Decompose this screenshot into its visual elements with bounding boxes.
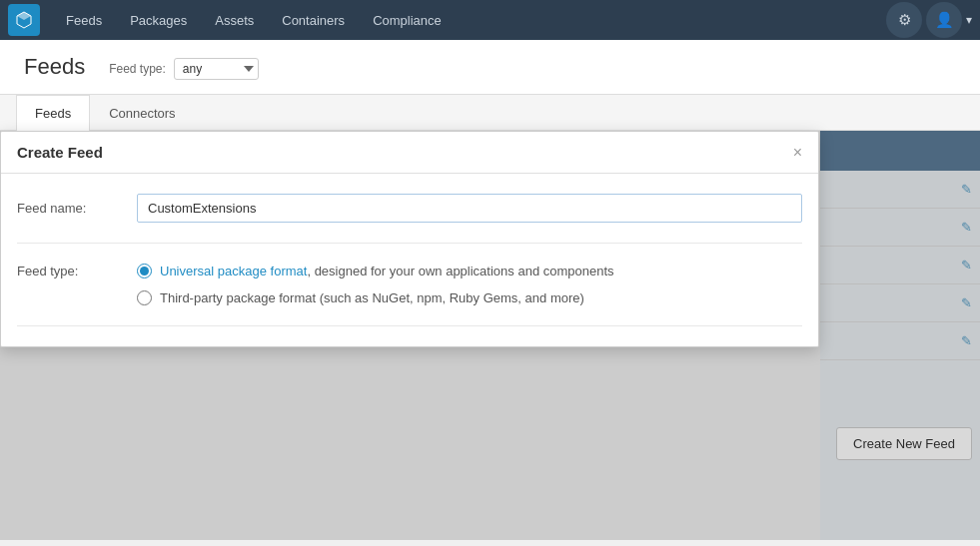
radio-universal-input[interactable] <box>137 264 152 278</box>
modal-close-button[interactable]: × <box>793 145 802 161</box>
create-feed-modal: Create Feed × Feed name: Feed type: <box>0 131 819 347</box>
feed-type-row: Feed type: Universal package format, des… <box>17 260 802 305</box>
modal-overlay: Create Feed × Feed name: Feed type: <box>0 131 980 540</box>
nav-feeds[interactable]: Feeds <box>52 0 116 40</box>
feed-type-filter: Feed type: any universal third-party <box>109 58 259 94</box>
nav-compliance[interactable]: Compliance <box>359 0 456 40</box>
radio-thirdparty-option[interactable]: Third-party package format (such as NuGe… <box>137 290 802 305</box>
app-logo <box>8 4 40 36</box>
nav-assets[interactable]: Assets <box>201 0 268 40</box>
modal-body: Feed name: Feed type: Universal package … <box>1 174 818 346</box>
feed-name-row: Feed name: <box>17 194 802 223</box>
feed-type-label: Feed type: <box>17 264 137 278</box>
nav-containers[interactable]: Containers <box>268 0 359 40</box>
nav-links: Feeds Packages Assets Containers Complia… <box>52 0 886 40</box>
radio-thirdparty-input[interactable] <box>137 290 152 305</box>
user-chevron: ▾ <box>966 13 972 27</box>
main-content: ✎ ✎ ✎ ✎ ✎ Create New Feed Create Feed × … <box>0 131 980 540</box>
settings-button[interactable]: ⚙ <box>886 2 922 38</box>
radio-universal-label: Universal package format, designed for y… <box>160 264 614 278</box>
universal-link[interactable]: Universal package format <box>160 264 307 278</box>
modal-header: Create Feed × <box>1 132 818 174</box>
feed-type-radio-group: Universal package format, designed for y… <box>137 264 802 305</box>
feed-name-label: Feed name: <box>17 201 137 216</box>
page-header: Feeds Feed type: any universal third-par… <box>0 40 980 95</box>
radio-thirdparty-label: Third-party package format (such as NuGe… <box>160 290 584 305</box>
feed-type-filter-label: Feed type: <box>109 62 166 76</box>
radio-universal-option[interactable]: Universal package format, designed for y… <box>137 264 802 278</box>
page-title: Feeds <box>24 54 85 94</box>
tab-connectors[interactable]: Connectors <box>90 95 194 131</box>
modal-title: Create Feed <box>17 144 103 161</box>
nav-right: ⚙ 👤 ▾ <box>886 2 972 38</box>
tabs-row: Feeds Connectors <box>0 95 980 131</box>
feed-name-input[interactable] <box>137 194 802 223</box>
feed-type-select[interactable]: any universal third-party <box>174 58 259 80</box>
top-navigation: Feeds Packages Assets Containers Complia… <box>0 0 980 40</box>
user-menu[interactable]: 👤 ▾ <box>926 2 972 38</box>
tab-feeds[interactable]: Feeds <box>16 95 90 131</box>
nav-packages[interactable]: Packages <box>116 0 201 40</box>
user-avatar: 👤 <box>926 2 962 38</box>
